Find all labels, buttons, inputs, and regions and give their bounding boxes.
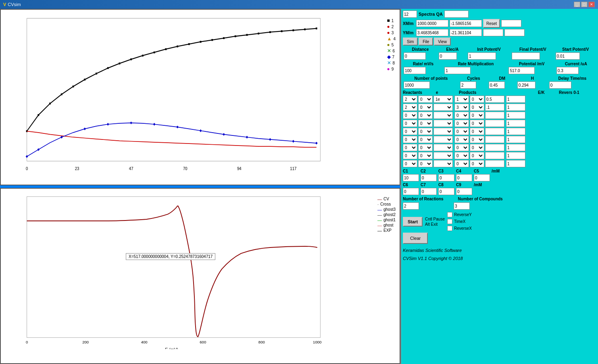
c8-input[interactable] (438, 188, 454, 195)
reaction-ek-0[interactable] (485, 96, 504, 103)
reaction-p2-2[interactable]: 01234 (470, 112, 484, 119)
reversey-checkbox[interactable] (447, 212, 452, 217)
maximize-button[interactable]: □ (581, 2, 588, 7)
reaction-r2-4[interactable]: 01234 (418, 128, 433, 135)
rate-input[interactable] (404, 67, 426, 74)
reaction-e-3[interactable]: 1e2e (433, 120, 453, 127)
reaction-r2-8[interactable]: 01234 (418, 160, 433, 167)
close-button[interactable]: ✕ (588, 2, 595, 7)
xm-val1[interactable] (416, 20, 448, 27)
c6-input[interactable] (403, 188, 419, 195)
reaction-r2-2[interactable]: 01234 (418, 112, 433, 119)
minimize-button[interactable]: _ (574, 2, 580, 7)
reaction-p1-7[interactable]: 0123456789 (454, 152, 469, 159)
reaction-ek-5[interactable] (485, 136, 504, 143)
init-potent-input[interactable] (468, 52, 496, 60)
reaction-ek-2[interactable] (485, 112, 504, 119)
reaction-r2-6[interactable]: 01234 (418, 144, 433, 151)
distance-input[interactable] (404, 52, 426, 60)
elec-input[interactable] (439, 52, 457, 60)
num-compounds-input[interactable] (454, 202, 470, 210)
reaction-ek-8[interactable] (485, 160, 504, 167)
rate-mult-input[interactable] (444, 67, 471, 74)
reaction-ek-6[interactable] (485, 144, 504, 151)
reaction-rev-0[interactable] (506, 96, 525, 103)
reaction-r1-8[interactable]: 0123456789 (403, 160, 417, 167)
reaction-p1-2[interactable]: 0123456789 (454, 112, 469, 119)
reaction-rev-1[interactable] (506, 104, 525, 111)
cycles-input[interactable] (460, 81, 476, 89)
reaction-r1-3[interactable]: 0123456789 (403, 120, 417, 127)
reaction-r1-5[interactable]: 0123456789 (403, 136, 417, 143)
reaction-p2-0[interactable]: 01234 (470, 96, 484, 103)
reaction-e-6[interactable]: 1e2e (433, 144, 453, 151)
reaction-r1-0[interactable]: 0123456789 (403, 96, 417, 103)
reaction-rev-7[interactable] (506, 152, 525, 159)
reaction-rev-4[interactable] (506, 128, 525, 135)
reaction-p2-7[interactable]: 01234 (470, 152, 484, 159)
view-menu-button[interactable]: View (434, 37, 451, 46)
reaction-ek-4[interactable] (485, 128, 504, 135)
reaction-r1-6[interactable]: 0123456789 (403, 144, 417, 151)
reaction-e-7[interactable]: 1e2e (433, 152, 453, 159)
reaction-r2-3[interactable]: 01234 (418, 120, 433, 127)
reaction-p1-1[interactable]: 0123456789 (454, 104, 469, 111)
reaction-p1-0[interactable]: 0123456789 (454, 96, 469, 103)
clear-button[interactable]: Clear (403, 233, 428, 244)
num-reactions-input[interactable] (403, 202, 419, 210)
reaction-p1-5[interactable]: 0123456789 (454, 136, 469, 143)
potential-input[interactable] (508, 67, 535, 74)
c2-input[interactable] (421, 174, 437, 181)
reaction-r1-1[interactable]: 0123456789 (403, 104, 417, 111)
file-menu-button[interactable]: File (419, 37, 433, 46)
start-potent-input[interactable] (556, 52, 580, 60)
reaction-ek-3[interactable] (485, 120, 504, 127)
timex-checkbox[interactable] (447, 219, 452, 224)
c5-input[interactable] (474, 174, 490, 181)
sim-menu-button[interactable]: Sim (403, 37, 418, 46)
extra-input2[interactable] (483, 29, 503, 36)
c9-input[interactable] (456, 188, 472, 195)
reaction-ek-7[interactable] (485, 152, 504, 159)
reaction-rev-8[interactable] (506, 160, 525, 167)
dm-input[interactable] (489, 81, 505, 89)
reaction-r2-5[interactable]: 01234 (418, 136, 433, 143)
h-input[interactable] (517, 81, 535, 89)
reaction-r1-4[interactable]: 0123456789 (403, 128, 417, 135)
reaction-r2-0[interactable]: 01234 (418, 96, 433, 103)
extra-input1[interactable] (501, 20, 521, 27)
c7-input[interactable] (421, 188, 437, 195)
reaction-p2-4[interactable]: 01234 (470, 128, 484, 135)
xm-val2[interactable] (450, 20, 482, 27)
reaction-e-8[interactable]: 1e2e (433, 160, 453, 167)
reaction-e-2[interactable]: 1e2e (433, 112, 453, 119)
reaction-p2-8[interactable]: 01234 (470, 160, 484, 167)
reversex-checkbox[interactable] (447, 226, 452, 231)
reaction-e-1[interactable]: 1e2e (433, 104, 453, 111)
reaction-ek-1[interactable] (485, 104, 504, 111)
reaction-p2-1[interactable]: 01234 (470, 104, 484, 111)
delay-time-input[interactable] (549, 81, 571, 89)
reaction-p1-6[interactable]: 0123456789 (454, 144, 469, 151)
reaction-p1-4[interactable]: 0123456789 (454, 128, 469, 135)
final-potent-input[interactable] (512, 52, 540, 60)
reaction-r1-2[interactable]: 0123456789 (403, 112, 417, 119)
reaction-p1-8[interactable]: 0123456789 (454, 160, 469, 167)
reaction-p2-6[interactable]: 01234 (470, 144, 484, 151)
reaction-rev-2[interactable] (506, 112, 525, 119)
reaction-e-4[interactable]: 1e2e (433, 128, 453, 135)
ym-val1[interactable] (416, 29, 448, 36)
c3-input[interactable] (438, 174, 454, 181)
num-points-input[interactable] (404, 81, 430, 89)
reaction-e-0[interactable]: 1e2e (433, 96, 453, 103)
reaction-r1-7[interactable]: 0123456789 (403, 152, 417, 159)
reaction-r2-7[interactable]: 01234 (418, 152, 433, 159)
spectra-qa-input[interactable] (444, 10, 469, 18)
reaction-rev-6[interactable] (506, 144, 525, 151)
start-button[interactable]: Start (403, 217, 423, 227)
c4-input[interactable] (456, 174, 472, 181)
spectra-num-input[interactable] (403, 10, 417, 18)
reaction-p1-3[interactable]: 0123456789 (454, 120, 469, 127)
reaction-rev-5[interactable] (506, 136, 525, 143)
reaction-rev-3[interactable] (506, 120, 525, 127)
